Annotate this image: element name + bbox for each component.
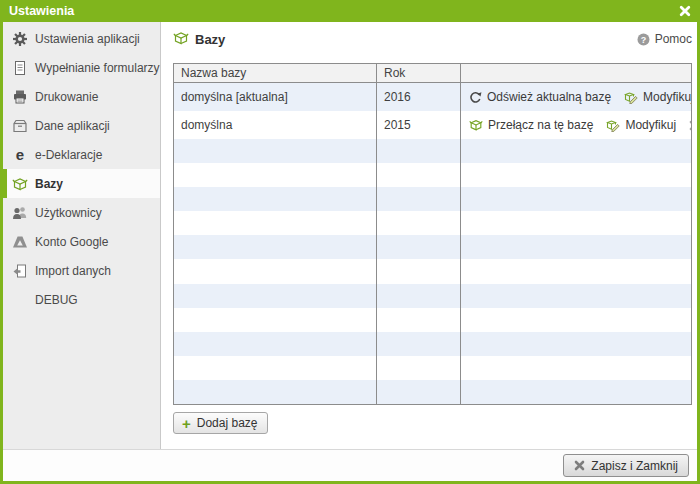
sidebar-item-form-filling[interactable]: Wypełnianie formularzy: [3, 53, 160, 82]
table-row-empty: [174, 308, 691, 332]
switch-database-icon: [469, 118, 483, 132]
svg-text:?: ?: [640, 34, 646, 44]
table-body: domyślna [aktualna] 2016: [174, 83, 691, 404]
db-year-cell: 2015: [376, 111, 461, 139]
close-x-icon: [574, 460, 585, 471]
sidebar: Ustawienia aplikacji Wypełnianie formula…: [3, 22, 161, 449]
sidebar-item-databases[interactable]: Bazy: [3, 169, 160, 198]
dialog-content: Ustawienia aplikacji Wypełnianie formula…: [3, 22, 697, 481]
help-label: Pomoc: [655, 32, 692, 46]
gear-icon: [12, 31, 28, 47]
close-icon[interactable]: [679, 5, 691, 17]
sidebar-item-debug[interactable]: DEBUG: [3, 285, 160, 314]
table-row-empty: [174, 356, 691, 380]
table-row-empty: [174, 139, 691, 163]
app-data-box-icon: [12, 118, 28, 134]
main-panel: Bazy ? Pomoc Nazwa bazy: [161, 22, 697, 449]
table-row-empty: [174, 380, 691, 404]
sidebar-item-label: Użytkownicy: [35, 206, 102, 220]
databases-table: Nazwa bazy Rok domyślna [aktualna] 2016: [173, 63, 692, 405]
table-row-empty: [174, 187, 691, 211]
table-row-empty: [174, 235, 691, 259]
printer-icon: [12, 89, 28, 105]
database-box-icon: [12, 176, 28, 192]
column-header-actions: [461, 64, 691, 82]
modify-icon: [606, 118, 620, 132]
column-header-name: Nazwa bazy: [174, 64, 376, 82]
sidebar-item-google-account[interactable]: Konto Google: [3, 227, 160, 256]
db-name-cell: domyślna [aktualna]: [174, 83, 376, 111]
action-label: Modyfikuj: [643, 90, 691, 104]
sidebar-item-label: Import danych: [35, 264, 111, 278]
database-box-icon: [173, 30, 189, 49]
save-close-label: Zapisz i Zamknij: [591, 459, 678, 473]
main-header: Bazy ? Pomoc: [173, 30, 692, 48]
action-label: Przełącz na tę bazę: [488, 118, 593, 132]
sidebar-item-label: Dane aplikacji: [35, 119, 110, 133]
modify-current-db-action[interactable]: Modyfikuj: [624, 90, 691, 104]
table-row-empty: [174, 284, 691, 308]
add-database-label: Dodaj bazę: [197, 416, 258, 430]
sidebar-item-app-settings[interactable]: Ustawienia aplikacji: [3, 24, 160, 53]
google-drive-icon: [12, 234, 28, 250]
table-row-other-db: domyślna 2015: [174, 111, 691, 139]
sidebar-item-users[interactable]: Użytkownicy: [3, 198, 160, 227]
page-title: Bazy: [195, 32, 225, 47]
users-icon: [12, 205, 28, 221]
sidebar-item-label: DEBUG: [35, 293, 78, 307]
titlebar: Ustawienia: [3, 0, 697, 22]
table-row-empty: [174, 332, 691, 356]
action-label: Odśwież aktualną bazę: [487, 90, 611, 104]
sidebar-item-label: Ustawienia aplikacji: [35, 32, 140, 46]
column-header-year: Rok: [376, 64, 461, 82]
sidebar-item-e-declarations[interactable]: e e-Deklaracje: [3, 140, 160, 169]
form-icon: [12, 60, 28, 76]
db-year-cell: 2016: [376, 83, 461, 111]
sidebar-item-data-import[interactable]: Import danych: [3, 256, 160, 285]
sidebar-item-label: Drukowanie: [35, 90, 98, 104]
sidebar-item-app-data[interactable]: Dane aplikacji: [3, 111, 160, 140]
save-close-button[interactable]: Zapisz i Zamknij: [563, 454, 689, 477]
help-icon: ?: [637, 33, 650, 46]
add-database-button[interactable]: + Dodaj bazę: [173, 412, 268, 434]
table-row-empty: [174, 211, 691, 235]
action-label: Modyfikuj: [625, 118, 676, 132]
table-row-empty: [174, 259, 691, 283]
db-name-cell: domyślna: [174, 111, 376, 139]
e-declarations-icon: e: [12, 147, 28, 163]
plus-icon: +: [182, 416, 191, 431]
window-title: Ustawienia: [9, 4, 74, 18]
sidebar-item-label: Konto Google: [35, 235, 108, 249]
table-row-empty: [174, 163, 691, 187]
modify-icon: [624, 90, 638, 104]
refresh-icon: [469, 91, 482, 104]
sidebar-item-label: e-Deklaracje: [35, 148, 102, 162]
sidebar-item-label: Bazy: [35, 177, 63, 191]
table-row-current-db: domyślna [aktualna] 2016: [174, 83, 691, 111]
sidebar-item-printing[interactable]: Drukowanie: [3, 82, 160, 111]
switch-to-db-action[interactable]: Przełącz na tę bazę: [469, 118, 593, 132]
footer: Zapisz i Zamknij: [3, 449, 697, 481]
modify-db-action[interactable]: Modyfikuj: [606, 118, 676, 132]
import-icon: [12, 263, 28, 279]
help-link[interactable]: ? Pomoc: [637, 32, 692, 46]
settings-dialog: Ustawienia: [0, 0, 700, 484]
delete-db-action[interactable]: [689, 120, 691, 131]
sidebar-item-label: Wypełnianie formularzy: [35, 61, 160, 75]
refresh-current-db-action[interactable]: Odśwież aktualną bazę: [469, 90, 611, 104]
delete-icon: [689, 120, 691, 131]
table-header: Nazwa bazy Rok: [174, 64, 691, 83]
